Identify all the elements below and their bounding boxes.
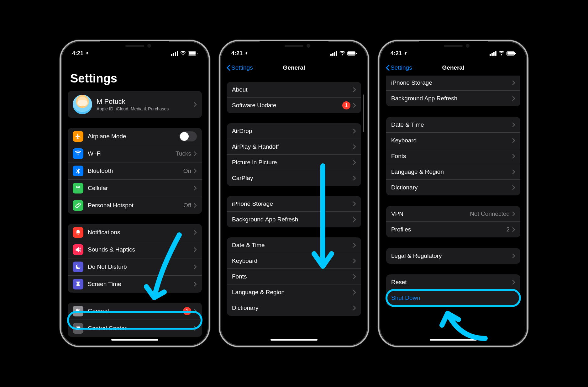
row-cellular[interactable]: Cellular xyxy=(68,180,202,197)
row-personal-hotspot[interactable]: Personal HotspotOff xyxy=(68,197,202,214)
row-label: Keyboard xyxy=(391,137,512,144)
profile-subtitle: Apple ID, iCloud, Media & Purchases xyxy=(97,106,194,111)
row-background-app-refresh[interactable]: Background App Refresh xyxy=(227,212,361,227)
chevron-right-icon xyxy=(512,211,515,216)
row-iphone-storage[interactable]: iPhone Storage xyxy=(386,76,520,91)
chevron-right-icon xyxy=(353,258,356,263)
location-arrow-icon xyxy=(85,51,89,56)
chevron-right-icon xyxy=(512,185,515,190)
chevron-right-icon xyxy=(512,122,515,127)
row-keyboard[interactable]: Keyboard xyxy=(386,133,520,148)
cellular-signal-icon xyxy=(171,51,178,56)
row-general[interactable]: General1 xyxy=(68,303,202,320)
chevron-right-icon xyxy=(353,274,356,279)
row-about[interactable]: About xyxy=(227,82,361,98)
row-software-update[interactable]: Software Update1 xyxy=(227,98,361,113)
phone-frame-2: 4:21 Settings General AboutSoftware Upda… xyxy=(219,40,369,347)
row-iphone-storage[interactable]: iPhone Storage xyxy=(227,196,361,212)
row-bluetooth[interactable]: BluetoothOn xyxy=(68,162,202,180)
chevron-right-icon xyxy=(194,151,197,156)
row-language-region[interactable]: Language & Region xyxy=(227,284,361,300)
badge: 1 xyxy=(342,101,350,109)
row-label: Background App Refresh xyxy=(391,95,512,102)
row-label: Date & Time xyxy=(232,242,353,249)
battery-icon xyxy=(188,51,197,56)
back-button[interactable]: Settings xyxy=(386,64,412,71)
link-icon xyxy=(73,200,83,211)
row-fonts[interactable]: Fonts xyxy=(386,148,520,164)
chevron-right-icon xyxy=(194,326,197,331)
row-airdrop[interactable]: AirDrop xyxy=(227,123,361,139)
row-wi-fi[interactable]: Wi-FiTucks xyxy=(68,145,202,162)
row-date-time[interactable]: Date & Time xyxy=(386,117,520,133)
row-label: Picture in Picture xyxy=(232,159,353,166)
apple-id-row[interactable]: M Potuck Apple ID, iCloud, Media & Purch… xyxy=(68,91,202,118)
row-reset[interactable]: Reset xyxy=(386,274,520,290)
scroll-indicator[interactable] xyxy=(363,94,364,132)
chevron-right-icon xyxy=(194,230,197,235)
home-indicator[interactable] xyxy=(111,339,158,341)
row-label: Reset xyxy=(391,279,512,286)
antenna-icon xyxy=(73,183,83,194)
row-keyboard[interactable]: Keyboard xyxy=(227,253,361,269)
row-airplane-mode[interactable]: Airplane Mode xyxy=(68,128,202,145)
row-label: Keyboard xyxy=(232,257,353,264)
toggle-airplane-mode[interactable] xyxy=(179,131,197,141)
row-picture-in-picture[interactable]: Picture in Picture xyxy=(227,155,361,170)
status-time: 4:21 xyxy=(231,50,243,57)
back-label: Settings xyxy=(391,64,412,71)
back-button[interactable]: Settings xyxy=(226,64,253,71)
notch xyxy=(100,41,169,52)
chevron-right-icon xyxy=(353,217,356,222)
row-vpn[interactable]: VPNNot Connected xyxy=(386,206,520,222)
home-indicator[interactable] xyxy=(430,339,477,341)
chevron-right-icon xyxy=(353,87,356,92)
row-label: Wi-Fi xyxy=(88,150,176,157)
row-label: iPhone Storage xyxy=(232,200,353,207)
chevron-right-icon xyxy=(512,138,515,143)
chevron-right-icon xyxy=(194,168,197,173)
row-label: About xyxy=(232,86,353,93)
row-screen-time[interactable]: Screen Time xyxy=(68,276,202,293)
chevron-right-icon xyxy=(194,309,197,314)
svg-point-3 xyxy=(76,327,77,328)
row-do-not-disturb[interactable]: Do Not Disturb xyxy=(68,258,202,276)
notch xyxy=(419,41,488,52)
row-label: Cellular xyxy=(88,185,194,192)
cellular-signal-icon xyxy=(490,51,496,56)
chevron-right-icon xyxy=(512,227,515,232)
badge: 1 xyxy=(183,307,191,315)
chevron-right-icon xyxy=(194,102,197,107)
svg-point-0 xyxy=(77,187,78,188)
phone-frame-3: 4:21 Settings General iPhone StorageBack… xyxy=(378,40,528,347)
page-title: Settings xyxy=(63,60,206,91)
row-profiles[interactable]: Profiles2 xyxy=(386,222,520,237)
row-date-time[interactable]: Date & Time xyxy=(227,237,361,253)
home-indicator[interactable] xyxy=(270,339,318,341)
row-legal-regulatory[interactable]: Legal & Regulatory xyxy=(386,248,520,264)
row-sounds-haptics[interactable]: Sounds & Haptics xyxy=(68,241,202,258)
cellular-signal-icon xyxy=(330,51,337,56)
row-language-region[interactable]: Language & Region xyxy=(386,164,520,180)
row-background-app-refresh[interactable]: Background App Refresh xyxy=(386,91,520,106)
chevron-right-icon xyxy=(194,247,197,252)
speaker-icon xyxy=(73,244,83,255)
chevron-right-icon xyxy=(512,280,515,285)
airplane-icon xyxy=(73,131,83,142)
row-airplay-handoff[interactable]: AirPlay & Handoff xyxy=(227,139,361,155)
row-label: Language & Region xyxy=(232,289,353,296)
row-label: Personal Hotspot xyxy=(88,202,183,209)
row-carplay[interactable]: CarPlay xyxy=(227,170,361,186)
status-time: 4:21 xyxy=(391,50,402,57)
row-control-center[interactable]: Control Center xyxy=(68,320,202,337)
bluetooth-icon xyxy=(73,166,83,176)
chevron-right-icon xyxy=(512,96,515,101)
chevron-right-icon xyxy=(512,154,515,159)
wifi-icon xyxy=(498,51,505,56)
row-notifications[interactable]: Notifications xyxy=(68,224,202,241)
row-detail: On xyxy=(183,167,191,174)
row-fonts[interactable]: Fonts xyxy=(227,269,361,284)
row-dictionary[interactable]: Dictionary xyxy=(386,180,520,195)
row-dictionary[interactable]: Dictionary xyxy=(227,300,361,316)
row-shut-down[interactable]: Shut Down xyxy=(386,290,520,306)
